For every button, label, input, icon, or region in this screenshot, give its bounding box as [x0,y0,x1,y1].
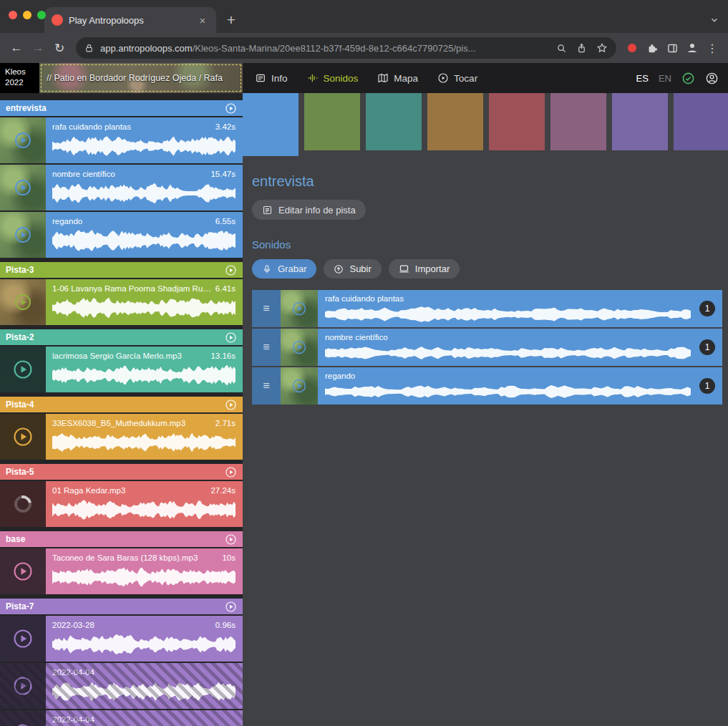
upload-button[interactable]: Subir [324,259,381,279]
profile-avatar-icon[interactable] [682,38,702,58]
sound-thumbnail[interactable] [0,548,46,594]
new-tab-button[interactable]: + [220,9,242,32]
track-color-swatch[interactable] [304,93,360,150]
track-color-swatch[interactable] [427,93,483,150]
track-color-swatch[interactable] [489,93,545,150]
track-sound-row[interactable]: ≡ regando 1 [252,367,722,405]
project-brand[interactable]: Kleos 2022 [0,63,39,93]
sound-row[interactable]: Taconeo de Sara Baras (128 kbps).mp3 10s [0,548,243,594]
track-play-button[interactable] [225,533,237,546]
sound-play-icon[interactable] [12,675,34,697]
sound-play-icon[interactable] [14,293,32,311]
sound-row[interactable]: lacrimosa Sergio García Merlo.mp3 13.16s [0,347,243,392]
side-panel-icon[interactable] [662,38,682,58]
track-play-button[interactable] [225,601,237,613]
browser-menu-icon[interactable]: ⋮ [702,38,722,58]
track-color-swatch[interactable] [243,93,299,156]
zoom-window-button[interactable] [37,11,46,19]
sound-thumbnail[interactable] [281,367,318,405]
tab-close-icon[interactable]: × [196,14,209,26]
tab-sonidos[interactable]: Sonidos [307,72,359,84]
drag-handle-icon[interactable]: ≡ [252,290,281,327]
track-header[interactable]: Pista-4 [0,397,243,412]
track-play-icon[interactable] [225,264,237,276]
track-header[interactable]: entrevista [0,100,243,116]
tab-mapa[interactable]: Mapa [377,72,418,84]
sound-row[interactable]: 2022-04-04 [0,663,243,709]
sound-row[interactable]: 2022-04-04 [0,710,243,726]
sound-thumbnail[interactable] [281,290,318,327]
extensions-puzzle-icon[interactable] [642,38,662,58]
track-sound-row[interactable]: ≡ nombre científico 1 [252,329,722,366]
track-play-icon[interactable] [225,466,237,478]
sound-play-icon[interactable] [12,628,34,649]
track-color-swatch[interactable] [612,93,668,150]
sound-row[interactable]: nombre científico 15.47s [0,165,243,210]
track-play-icon[interactable] [225,533,237,546]
sound-thumbnail[interactable] [0,710,46,726]
share-icon[interactable] [576,43,587,54]
bookmark-star-icon[interactable] [596,42,608,54]
sound-thumbnail[interactable] [0,663,46,709]
sound-play-icon[interactable] [12,722,34,726]
track-play-icon[interactable] [225,399,237,411]
track-sound-row[interactable]: ≡ rafa cuidando plantas 1 [252,290,722,327]
sound-row[interactable]: 01 Raga Kedar.mp3 27.24s [0,481,243,527]
sync-check-icon[interactable] [681,72,695,85]
browser-tab[interactable]: Play Antropoloops × [44,7,216,33]
close-window-button[interactable] [9,11,17,19]
tab-info[interactable]: Info [255,72,288,84]
tab-tocar[interactable]: Tocar [437,72,477,84]
sound-play-icon[interactable] [291,301,307,316]
track-play-button[interactable] [225,331,237,344]
tab-search-chevron-icon[interactable] [709,15,719,25]
sound-play-icon[interactable] [291,378,307,394]
sound-row[interactable]: 1-06 Lavanya Rama Poorna Shadjam Rupak..… [0,279,243,325]
track-header[interactable]: Pista-3 [0,262,243,278]
track-header[interactable]: Pista-7 [0,599,243,614]
drag-handle-icon[interactable]: ≡ [252,329,281,366]
extension-icon[interactable] [628,44,636,52]
sound-play-icon[interactable] [12,561,34,582]
track-play-button[interactable] [225,466,237,478]
track-color-swatch[interactable] [366,93,422,150]
sound-play-icon[interactable] [291,339,307,355]
sound-thumbnail[interactable] [0,117,46,163]
track-play-icon[interactable] [225,102,237,115]
import-button[interactable]: Importar [389,259,460,279]
sound-thumbnail[interactable] [0,165,46,210]
sound-row[interactable]: 33ESX6038_B5_Muthedukkum.mp3 2.71s [0,414,243,460]
drag-handle-icon[interactable]: ≡ [252,367,281,405]
track-play-button[interactable] [225,264,237,276]
sound-play-icon[interactable] [12,359,34,380]
sound-play-icon[interactable] [14,131,32,150]
sound-play-icon[interactable] [12,426,34,447]
account-icon[interactable] [705,72,719,85]
sound-play-icon[interactable] [14,226,32,244]
track-header[interactable]: Pista-5 [0,464,243,480]
zoom-icon[interactable] [556,43,567,54]
sound-thumbnail[interactable] [0,347,46,392]
record-button[interactable]: Grabar [252,259,316,279]
track-color-swatch[interactable] [550,93,606,150]
sound-row[interactable]: rafa cuidando plantas 3.42s [0,117,243,163]
track-play-icon[interactable] [225,331,237,344]
sound-thumbnail[interactable] [0,212,46,258]
reload-button[interactable]: ↻ [49,37,70,59]
sound-play-icon[interactable] [14,178,32,197]
sound-thumbnail[interactable] [0,414,46,460]
track-play-button[interactable] [225,399,237,411]
track-color-swatch[interactable] [674,93,728,150]
track-play-button[interactable] [225,102,237,115]
sound-thumbnail[interactable] [0,616,46,662]
lang-es-button[interactable]: ES [636,73,649,84]
back-button[interactable]: ← [6,37,27,59]
minimize-window-button[interactable] [23,11,31,19]
sound-thumbnail[interactable] [281,329,318,366]
lang-en-button[interactable]: EN [659,73,671,84]
track-header[interactable]: Pista-2 [0,329,243,345]
map-thumbnail[interactable]: // Patio en Bordador Rodríguez Ojeda / R… [39,63,243,93]
forward-button[interactable]: → [27,37,49,59]
track-play-icon[interactable] [225,601,237,613]
address-bar[interactable]: app.antropoloops.com/Kleos-Santa-Marina/… [76,37,616,59]
